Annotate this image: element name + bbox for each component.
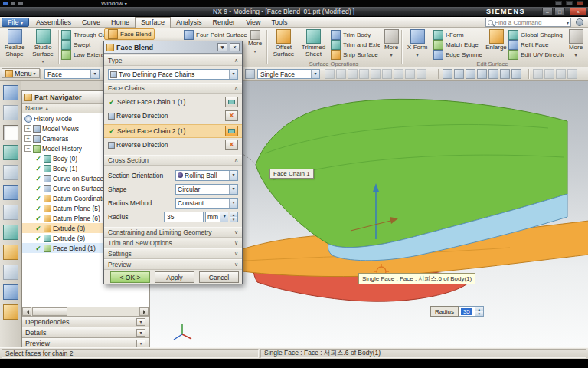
refit-face-button[interactable]: Refit Face [508, 40, 564, 50]
checkmark-icon[interactable]: ✓ [34, 155, 42, 163]
scroll-left-icon[interactable] [22, 307, 31, 316]
settings-section-header[interactable]: Settings ∨ [104, 248, 242, 259]
find-command-input[interactable] [493, 19, 567, 26]
restore-icon[interactable] [566, 1, 573, 5]
checkmark-icon[interactable]: ✓ [34, 185, 42, 192]
menu-button[interactable]: Menu ▾ [2, 68, 40, 78]
menu-assemblies[interactable]: Assemblies [31, 18, 77, 28]
snap-point-icon[interactable] [348, 69, 358, 79]
collapse-icon[interactable]: − [24, 145, 31, 152]
more-surface-ops-button[interactable]: More ▾ [381, 29, 401, 58]
snap-point-icon[interactable] [405, 69, 415, 79]
menu-tools[interactable]: Tools [266, 18, 292, 28]
match-edge-button[interactable]: Match Edge [433, 40, 482, 50]
radius-spinner[interactable]: ▴▾ [230, 212, 238, 222]
type-filter-combo[interactable]: Face ▾ [44, 69, 100, 79]
view-tool-icon[interactable] [477, 69, 487, 79]
constraint-navigator-tab[interactable] [3, 105, 18, 120]
hd3d-tools-tab[interactable] [3, 165, 18, 180]
reverse-direction-2-row[interactable]: Reverse Direction × [104, 138, 242, 152]
restore-button[interactable]: □ [554, 8, 565, 15]
view-tool-icon[interactable] [511, 69, 521, 79]
trim-and-extend-button[interactable]: Trim and Extend [331, 40, 380, 50]
snap-point-icon[interactable] [416, 69, 426, 79]
display-tool-icon[interactable] [567, 69, 577, 79]
chevron-down-icon[interactable]: ▾ [136, 318, 145, 326]
radius-widget-spinner[interactable]: ▴▾ [475, 306, 484, 317]
radius-unit-combo[interactable]: mm ▾ [205, 212, 228, 222]
menu-view[interactable]: View [240, 18, 266, 28]
type-combo[interactable]: Two Defining Face Chains ▾ [108, 69, 238, 80]
select-face-chain-2-button[interactable] [225, 126, 238, 136]
edge-symmetry-button[interactable]: Edge Symmetry [433, 50, 482, 60]
more-gallery-button[interactable]: More ▾ [245, 30, 265, 54]
checkmark-icon[interactable]: ✓ [34, 175, 42, 182]
cancel-button[interactable]: Cancel [199, 271, 239, 283]
dialog-options-icon[interactable]: ▾ [217, 43, 227, 51]
snip-surface-button[interactable]: Snip Surface [331, 50, 380, 60]
chevron-down-icon[interactable]: ▾ [136, 340, 145, 347]
apply-button[interactable]: Apply [155, 271, 194, 283]
close-icon[interactable] [577, 1, 583, 5]
snap-point-icon[interactable] [371, 69, 381, 79]
view-tool-icon[interactable] [466, 69, 475, 79]
snap-point-icon[interactable] [336, 69, 346, 79]
minimize-icon[interactable] [555, 1, 562, 5]
part-navigator-tab[interactable] [3, 125, 18, 140]
x-form-button[interactable]: X-Form ▾ [404, 29, 430, 58]
dependencies-panel[interactable]: Dependencies ▾ [22, 316, 149, 327]
constraining-section-header[interactable]: Constraining and Limiting Geometry ∨ [104, 227, 242, 238]
studio-surface-button[interactable]: Studio Surface ▾ [29, 29, 57, 64]
find-command-box[interactable]: ▾ [485, 18, 571, 27]
minimize-button[interactable]: – [542, 8, 553, 15]
chevron-down-icon[interactable]: ▾ [136, 329, 145, 337]
ok-button[interactable]: < OK > [110, 271, 150, 283]
trim-body-button[interactable]: Trim Body [331, 30, 380, 40]
radius-widget-input[interactable]: 35 [459, 306, 475, 317]
trimmed-sheet-button[interactable]: Trimmed Sheet [299, 29, 328, 58]
four-point-surface-button[interactable]: Four Point Surface [184, 30, 254, 40]
select-face-chain-2-row[interactable]: ✓ Select Face Chain 2 (1) [104, 124, 242, 138]
select-face-chain-1-row[interactable]: ✓ Select Face Chain 1 (1) [104, 95, 242, 109]
global-shaping-button[interactable]: Global Shaping [508, 30, 564, 40]
section-orientation-combo[interactable]: Rolling Ball ▾ [175, 170, 238, 181]
horizontal-scrollbar[interactable] [22, 307, 149, 316]
chevron-down-icon[interactable]: ▾ [229, 185, 237, 194]
select-face-chain-1-button[interactable] [225, 97, 238, 107]
radius-input[interactable]: 35 [164, 212, 204, 222]
touch-mode-tab[interactable] [3, 304, 18, 320]
close-button[interactable]: × [570, 8, 586, 15]
face-chain-1-tag[interactable]: Face Chain 1 [270, 169, 314, 179]
dialog-reset-icon[interactable] [106, 44, 114, 51]
reverse-direction-1-button[interactable]: × [225, 110, 238, 121]
reuse-library-tab[interactable] [3, 145, 18, 160]
snap-point-icon[interactable] [359, 69, 369, 79]
details-panel[interactable]: Details ▾ [22, 327, 149, 337]
menu-surface[interactable]: Surface [135, 17, 171, 28]
scope-filter-combo[interactable]: Single Face ▾ [257, 69, 320, 79]
web-browser-tab[interactable] [3, 185, 18, 200]
trim-sew-section-header[interactable]: Trim and Sew Options ∨ [104, 238, 242, 248]
checkmark-icon[interactable]: ✓ [34, 225, 42, 232]
snap-point-icon[interactable] [382, 69, 392, 79]
history-tab[interactable] [3, 205, 18, 220]
help-icon[interactable] [576, 18, 583, 26]
chevron-down-icon[interactable]: ▾ [567, 20, 570, 25]
checkmark-icon[interactable]: ✓ [34, 245, 42, 252]
manufacturing-wizard-tab[interactable] [3, 245, 18, 260]
file-menu[interactable]: File ▾ [2, 18, 29, 27]
dialog-close-icon[interactable]: × [230, 43, 240, 51]
toolbar-icon[interactable] [11, 2, 15, 5]
face-blend-button[interactable]: Face Blend [104, 28, 155, 40]
checkmark-icon[interactable]: ✓ [34, 165, 42, 172]
type-section-header[interactable]: Type ∧ [104, 55, 242, 66]
chevron-down-icon[interactable]: ▾ [229, 70, 237, 79]
expand-icon[interactable]: + [24, 135, 31, 142]
menu-analysis[interactable]: Analysis [171, 18, 207, 28]
reverse-direction-1-row[interactable]: Reverse Direction × [104, 109, 242, 123]
realize-shape-button[interactable]: Realize Shape [1, 29, 28, 58]
roles-tab[interactable] [3, 264, 18, 280]
more-edit-surface-button[interactable]: More ▾ [565, 29, 586, 58]
i-form-button[interactable]: I-Form [433, 30, 482, 40]
system-visualization-tab[interactable] [3, 284, 18, 300]
